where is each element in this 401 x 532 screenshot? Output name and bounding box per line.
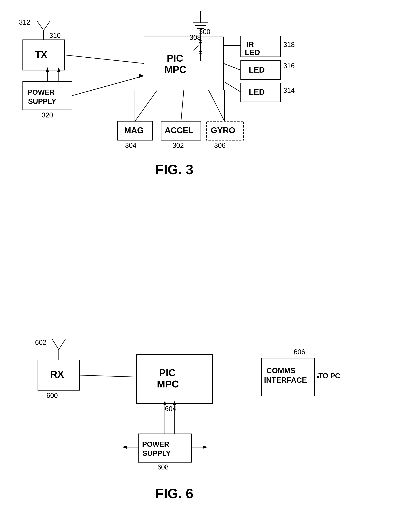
comms-ref: 606 bbox=[294, 348, 305, 356]
ps-up-arrow1 bbox=[163, 401, 166, 405]
pic-mpc-ref-fig3: 300 bbox=[199, 28, 210, 36]
svg-line-21 bbox=[72, 76, 144, 96]
tx-ref: 310 bbox=[49, 32, 61, 39]
svg-line-31 bbox=[59, 339, 65, 349]
pic-mpc-label-fig6: PIC bbox=[159, 367, 176, 378]
svg-line-10 bbox=[37, 21, 44, 30]
page: 308 TX 312 310 PIC MPC 300 IR LED 318 LE… bbox=[0, 0, 401, 532]
arrow-right-ps bbox=[139, 74, 144, 78]
pic-mpc-label2-fig6: MPC bbox=[157, 379, 179, 390]
svg-line-22 bbox=[135, 90, 157, 121]
accel-ref: 302 bbox=[172, 141, 184, 149]
gyro-label: GYRO bbox=[211, 126, 235, 135]
led2-label: LED bbox=[249, 88, 265, 96]
rx-label: RX bbox=[50, 369, 64, 380]
svg-line-23 bbox=[181, 90, 184, 121]
led1-ref: 316 bbox=[283, 62, 295, 70]
ps-left-arrow bbox=[122, 446, 127, 449]
fig3-title: FIG. 3 bbox=[155, 162, 193, 177]
comms-label2: INTERFACE bbox=[264, 376, 307, 384]
ir-led-label: LED bbox=[245, 48, 260, 57]
tx-antenna-ref: 312 bbox=[19, 18, 30, 26]
ps-ref-fig3: 320 bbox=[42, 111, 53, 119]
arrow-up-1 bbox=[46, 67, 49, 72]
pic-mpc-label2-fig3: MPC bbox=[165, 64, 186, 75]
svg-line-24 bbox=[209, 90, 225, 121]
accel-label: ACCEL bbox=[165, 126, 193, 135]
svg-line-16 bbox=[224, 82, 241, 92]
gyro-ref: 306 bbox=[214, 141, 225, 149]
arrow-up-2 bbox=[57, 67, 60, 72]
pic-mpc-box-fig3 bbox=[144, 37, 224, 90]
svg-line-33 bbox=[80, 375, 136, 377]
svg-line-30 bbox=[52, 339, 59, 349]
ps-label2-fig6: SUPPLY bbox=[142, 450, 171, 457]
led2-ref: 314 bbox=[283, 87, 295, 94]
pic-mpc-label-fig3: PIC bbox=[167, 53, 183, 64]
to-pc-label: TO PC bbox=[318, 372, 340, 380]
ps-label1-fig3: POWER bbox=[27, 88, 55, 96]
rx-antenna-ref: 602 bbox=[35, 339, 46, 346]
rx-ref: 600 bbox=[46, 392, 58, 399]
fig6-title: FIG. 6 bbox=[155, 486, 193, 501]
ir-led-ref: 318 bbox=[283, 41, 295, 49]
led1-label: LED bbox=[249, 65, 265, 74]
ps-ref-fig6: 608 bbox=[157, 463, 169, 471]
ps-label2-fig3: SUPPLY bbox=[28, 97, 56, 105]
svg-line-13 bbox=[64, 55, 144, 63]
svg-line-15 bbox=[224, 63, 241, 70]
mag-ref: 304 bbox=[125, 141, 136, 149]
mag-label: MAG bbox=[124, 126, 144, 135]
ir-label: IR bbox=[246, 40, 254, 49]
svg-line-6 bbox=[193, 43, 201, 51]
tx-label: TX bbox=[35, 49, 47, 60]
ps-label1-fig6: POWER bbox=[142, 440, 169, 448]
ps-up-arrow2 bbox=[173, 401, 176, 405]
svg-line-11 bbox=[44, 21, 50, 30]
ps-right-arrow bbox=[203, 446, 208, 449]
comms-label1: COMMS bbox=[267, 367, 295, 375]
